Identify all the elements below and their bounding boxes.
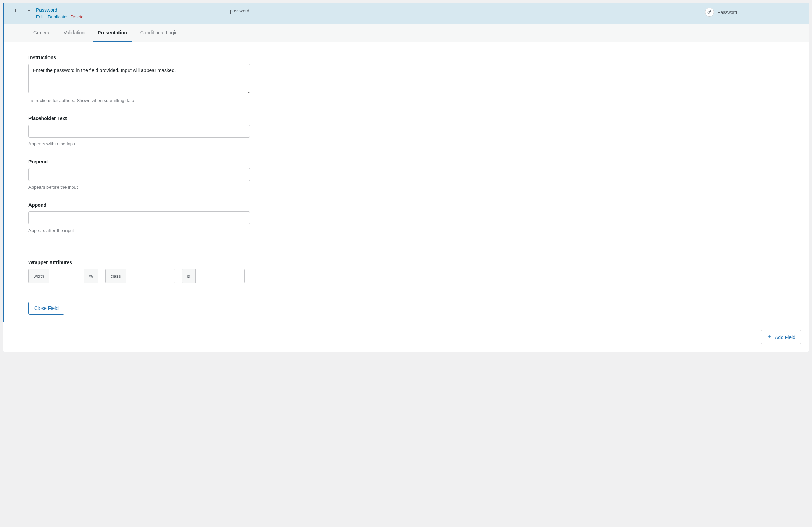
add-field-label: Add Field <box>775 334 795 340</box>
delete-action[interactable]: Delete <box>71 14 84 19</box>
wrapper-width-group: width % <box>28 269 98 283</box>
append-section: Append Appears after the input <box>28 202 250 233</box>
placeholder-input[interactable] <box>28 125 250 138</box>
field-number: 1 <box>8 7 22 14</box>
instructions-help: Instructions for authors. Shown when sub… <box>28 98 250 103</box>
field-type-label: Password <box>717 10 737 15</box>
append-label: Append <box>28 202 250 208</box>
wrapper-attributes-row: width % class id <box>28 269 785 283</box>
wrapper-class-group: class <box>105 269 175 283</box>
placeholder-section: Placeholder Text Appears within the inpu… <box>28 116 250 146</box>
prepend-input[interactable] <box>28 168 250 181</box>
instructions-label: Instructions <box>28 55 250 60</box>
duplicate-action[interactable]: Duplicate <box>48 14 67 19</box>
field-header-row: 1 Password Edit Duplicate Delete passwor… <box>3 3 809 24</box>
collapse-toggle[interactable] <box>22 7 36 14</box>
wrapper-width-suffix: % <box>84 269 98 283</box>
chevron-up-icon <box>27 9 32 14</box>
field-slug: password <box>230 7 705 14</box>
edit-action[interactable]: Edit <box>36 14 44 19</box>
field-editor-panel: 1 Password Edit Duplicate Delete passwor… <box>3 3 809 352</box>
wrapper-id-group: id <box>182 269 245 283</box>
tab-validation[interactable]: Validation <box>59 24 89 42</box>
tab-presentation[interactable]: Presentation <box>93 24 132 42</box>
close-field-button[interactable]: Close Field <box>28 302 64 315</box>
wrapper-class-input[interactable] <box>126 269 175 283</box>
append-input[interactable] <box>28 211 250 224</box>
wrapper-width-prefix: width <box>29 269 49 283</box>
field-type-column: Password <box>705 7 802 17</box>
wrapper-attributes-section: Wrapper Attributes width % class id <box>3 249 809 294</box>
add-field-button[interactable]: Add Field <box>761 330 801 344</box>
placeholder-help: Appears within the input <box>28 141 250 146</box>
instructions-section: Instructions Instructions for authors. S… <box>28 55 250 103</box>
wrapper-id-input[interactable] <box>196 269 244 283</box>
append-help: Appears after the input <box>28 228 250 233</box>
wrapper-class-prefix: class <box>106 269 126 283</box>
settings-tabs: General Validation Presentation Conditio… <box>3 24 809 42</box>
add-field-row: Add Field <box>3 322 809 352</box>
key-icon <box>705 8 714 17</box>
tab-conditional-logic[interactable]: Conditional Logic <box>135 24 182 42</box>
field-actions: Edit Duplicate Delete <box>36 14 230 19</box>
wrapper-width-input[interactable] <box>49 269 84 283</box>
close-field-section: Close Field <box>3 294 809 322</box>
prepend-label: Prepend <box>28 159 250 164</box>
tab-general[interactable]: General <box>28 24 55 42</box>
field-name-column: Password Edit Duplicate Delete <box>36 7 230 19</box>
field-name-link[interactable]: Password <box>36 7 57 13</box>
wrapper-id-prefix: id <box>182 269 196 283</box>
instructions-textarea[interactable] <box>28 64 250 93</box>
plus-icon <box>767 334 772 340</box>
presentation-panel: Instructions Instructions for authors. S… <box>3 42 809 249</box>
placeholder-label: Placeholder Text <box>28 116 250 121</box>
prepend-section: Prepend Appears before the input <box>28 159 250 190</box>
prepend-help: Appears before the input <box>28 185 250 190</box>
wrapper-attributes-label: Wrapper Attributes <box>28 260 785 265</box>
